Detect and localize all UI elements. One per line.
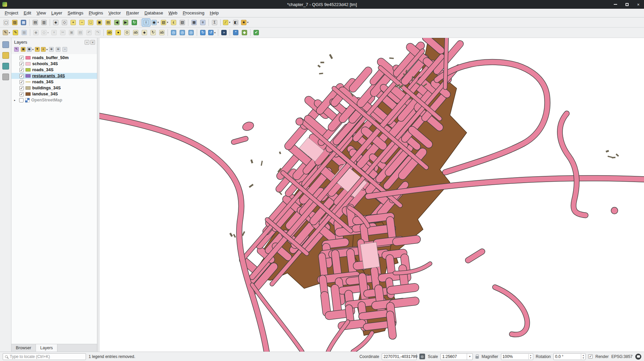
new-print-layout[interactable]: ▤	[31, 18, 40, 27]
layer-row-buildings_34s[interactable]: ✓buildings_34S	[11, 85, 97, 91]
plugin-reloader[interactable]: ↻	[198, 29, 207, 37]
select-by-expression[interactable]: ε	[169, 18, 178, 27]
menu-web[interactable]: Web	[166, 9, 180, 16]
zoom-full[interactable]: □	[86, 18, 95, 27]
messages-log-icon[interactable]	[635, 354, 641, 360]
filter-by-expression-dropdown-icon[interactable]: ▾	[46, 48, 48, 51]
spin-up-icon[interactable]: ▲	[529, 354, 533, 357]
paste-features[interactable]: ▤	[76, 29, 85, 37]
panel-close-button[interactable]: ×	[90, 40, 95, 45]
plugin-builder-dropdown-icon[interactable]: ▾	[214, 31, 216, 34]
rotation-spinbox[interactable]: 0.0 ° ▲▼	[553, 353, 586, 360]
menu-processing[interactable]: Processing	[180, 9, 207, 16]
rotation-spin-arrows[interactable]: ▲▼	[581, 354, 585, 359]
crs-indicator[interactable]: EPSG:3857	[611, 354, 633, 359]
layer-labeling[interactable]: ab	[105, 29, 114, 37]
layer-checkbox[interactable]: ✓	[19, 80, 24, 84]
undo[interactable]: ↶	[85, 29, 93, 37]
add-xyz-layer[interactable]: ◎	[187, 29, 195, 37]
new-project[interactable]: ▢	[2, 18, 10, 27]
layer-checkbox[interactable]: ✓	[19, 56, 24, 60]
collapse-all[interactable]: ⊖	[55, 46, 61, 52]
plugin-builder[interactable]: ↺▾	[207, 29, 217, 37]
cut-features[interactable]: ✂	[58, 29, 67, 37]
topology-checker[interactable]: ✔	[252, 29, 261, 37]
pan-map[interactable]: ◈	[51, 18, 60, 27]
processing-model-designer[interactable]: ◆	[240, 29, 249, 37]
manage-map-themes[interactable]: ◉▾	[27, 46, 34, 52]
delete-selected[interactable]: ×	[50, 29, 58, 37]
remove-layer[interactable]: −	[62, 46, 68, 52]
coordinate-input[interactable]: 2270701,-4031799	[382, 353, 417, 360]
zoom-to-selection[interactable]: ▣	[95, 18, 104, 27]
spin-down-icon[interactable]: ▼	[529, 357, 533, 359]
spin-down-icon[interactable]: ▼	[581, 357, 585, 359]
save-project[interactable]: ▦	[19, 18, 28, 27]
new-spatial-bookmark-dropdown-icon[interactable]: ▾	[247, 21, 248, 24]
measure-line-dropdown-icon[interactable]: ▾	[229, 21, 230, 24]
menu-raster[interactable]: Raster	[124, 9, 142, 16]
refresh-map[interactable]: ↻	[130, 18, 139, 27]
layer-checkbox[interactable]: ✓	[19, 74, 24, 78]
menu-help[interactable]: Help	[207, 9, 222, 16]
identify-features[interactable]: i	[142, 18, 150, 27]
open-attribute-table[interactable]: ▦	[190, 18, 198, 27]
zoom-to-layer[interactable]: ▤	[104, 18, 112, 27]
filter-legend[interactable]: ▼	[34, 46, 40, 52]
metasearch[interactable]: ◎	[169, 29, 178, 37]
menu-database[interactable]: Database	[142, 9, 166, 16]
statistical-summary[interactable]: Σ	[210, 18, 219, 27]
measure-line[interactable]: ∕▾	[222, 18, 231, 27]
layer-checkbox[interactable]: ✓	[19, 62, 24, 66]
layer-row-restaurants_34s[interactable]: ✓restaurants_34S	[11, 73, 97, 79]
copy-features[interactable]: ▣	[67, 29, 76, 37]
magnifier-spin-arrows[interactable]: ▲▼	[528, 354, 533, 359]
layer-row-roads_34s[interactable]: ✓roads_34S	[11, 79, 97, 85]
toggle-editing[interactable]: ✎	[11, 29, 20, 37]
vertex-editor-icon[interactable]	[2, 63, 9, 70]
layer-row-roads_34s[interactable]: ✓roads_34S	[11, 67, 97, 73]
redo[interactable]: ↷	[93, 29, 102, 37]
manage-map-themes-dropdown-icon[interactable]: ▾	[32, 48, 34, 51]
layer-checkbox[interactable]	[19, 98, 24, 102]
layer-row-schools_34s[interactable]: ✓schools_34S	[11, 61, 97, 67]
open-project[interactable]: ▨	[10, 18, 19, 27]
run-feature-action[interactable]: ◉▾	[150, 18, 160, 27]
menu-edit[interactable]: Edit	[21, 9, 34, 16]
show-layout-manager[interactable]: ▥	[40, 18, 48, 27]
vertex-tool[interactable]: ◇▾	[40, 29, 50, 37]
deselect-features[interactable]: ▧	[178, 18, 187, 27]
layer-diagram[interactable]: ●	[114, 29, 123, 37]
gps-panel-icon[interactable]	[2, 74, 9, 80]
render-checkbox[interactable]: ✓	[588, 354, 593, 359]
run-feature-action-dropdown-icon[interactable]: ▾	[157, 21, 159, 24]
zoom-next[interactable]: ▶	[121, 18, 130, 27]
scale-dropdown-icon[interactable]: ▾	[467, 354, 471, 360]
field-calculator[interactable]: ≡	[198, 18, 207, 27]
current-edits-dropdown-icon[interactable]: ▾	[9, 31, 10, 34]
extents-icon[interactable]: ◎	[419, 354, 425, 359]
python-console[interactable]: »	[220, 29, 228, 37]
select-features-dropdown-icon[interactable]: ▾	[167, 21, 168, 24]
magnifier-spinbox[interactable]: 100% ▲▼	[501, 353, 533, 360]
move-label[interactable]: ◈	[140, 29, 149, 37]
menu-plugins[interactable]: Plugins	[86, 9, 106, 16]
open-layer-styling[interactable]: ✎	[13, 46, 19, 52]
layer-checkbox[interactable]: ✓	[19, 92, 24, 96]
menu-view[interactable]: View	[34, 9, 49, 16]
scale-lock-icon[interactable]	[475, 356, 479, 359]
zoom-in[interactable]: +	[69, 18, 78, 27]
zoom-last[interactable]: ◀	[112, 18, 121, 27]
vertex-tool-dropdown-icon[interactable]: ▾	[47, 31, 49, 34]
scale-combo[interactable]: 1:25607 ▾	[441, 353, 473, 360]
filter-by-expression[interactable]: ε▾	[41, 46, 48, 52]
add-wms-layer[interactable]: ◎	[178, 29, 187, 37]
layer-row-landuse_34s[interactable]: ✓landuse_34S	[11, 91, 97, 97]
change-label[interactable]: ab	[157, 29, 166, 37]
save-layer-edits[interactable]: ▦	[20, 29, 29, 37]
panel-tab-browser[interactable]: Browser	[11, 344, 36, 352]
layer-checkbox[interactable]: ✓	[19, 86, 24, 90]
panel-float-button[interactable]: ▫	[85, 40, 89, 45]
advanced-digitizing-icon[interactable]	[2, 52, 9, 59]
layer-row-openstreetmap[interactable]: ▸OpenStreetMap	[11, 97, 97, 103]
